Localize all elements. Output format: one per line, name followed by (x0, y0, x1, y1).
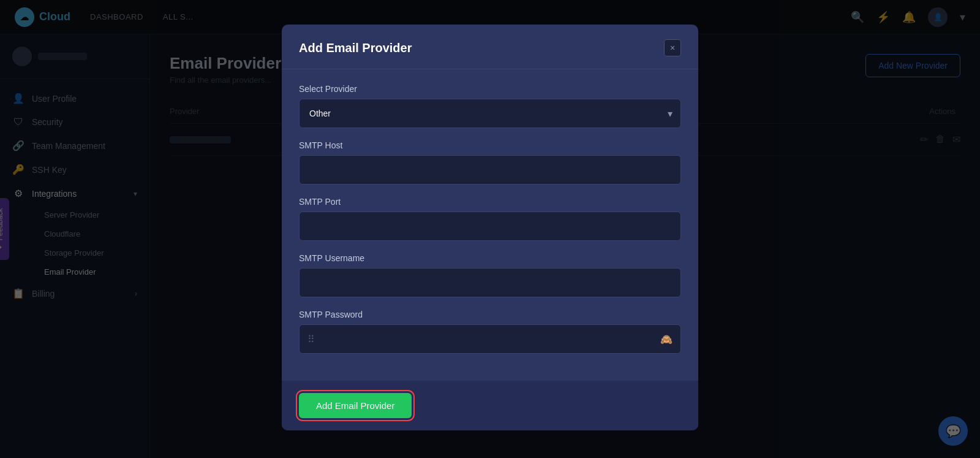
modal-footer: Add Email Provider (282, 381, 698, 430)
modal-close-button[interactable]: × (664, 39, 681, 56)
form-group-smtp-password: SMTP Password ⠿ 🙈 (299, 310, 681, 354)
select-wrapper: Other SendGrid Mailgun Amazon SES SMTP ▾ (299, 99, 681, 128)
modal-body: Select Provider Other SendGrid Mailgun A… (282, 69, 698, 381)
label-smtp-host: SMTP Host (299, 140, 681, 150)
eye-off-icon[interactable]: 🙈 (660, 334, 673, 345)
form-group-smtp-username: SMTP Username (299, 253, 681, 297)
add-email-provider-button[interactable]: Add Email Provider (299, 393, 412, 418)
modal-header: Add Email Provider × (282, 25, 698, 69)
select-provider-input[interactable]: Other SendGrid Mailgun Amazon SES SMTP (299, 99, 681, 128)
password-wrapper: ⠿ 🙈 (299, 324, 681, 354)
modal: Add Email Provider × Select Provider Oth… (282, 25, 698, 430)
label-select-provider: Select Provider (299, 84, 681, 94)
form-group-smtp-host: SMTP Host (299, 140, 681, 185)
modal-title: Add Email Provider (299, 41, 412, 55)
label-smtp-password: SMTP Password (299, 310, 681, 319)
form-group-select-provider: Select Provider Other SendGrid Mailgun A… (299, 84, 681, 128)
label-smtp-port: SMTP Port (299, 197, 681, 207)
label-smtp-username: SMTP Username (299, 253, 681, 263)
smtp-password-input[interactable] (299, 324, 681, 354)
smtp-username-input[interactable] (299, 268, 681, 297)
smtp-port-input[interactable] (299, 212, 681, 241)
modal-overlay[interactable]: Add Email Provider × Select Provider Oth… (0, 0, 980, 458)
password-dots-icon: ⠿ (307, 334, 315, 345)
smtp-host-input[interactable] (299, 155, 681, 185)
form-group-smtp-port: SMTP Port (299, 197, 681, 241)
